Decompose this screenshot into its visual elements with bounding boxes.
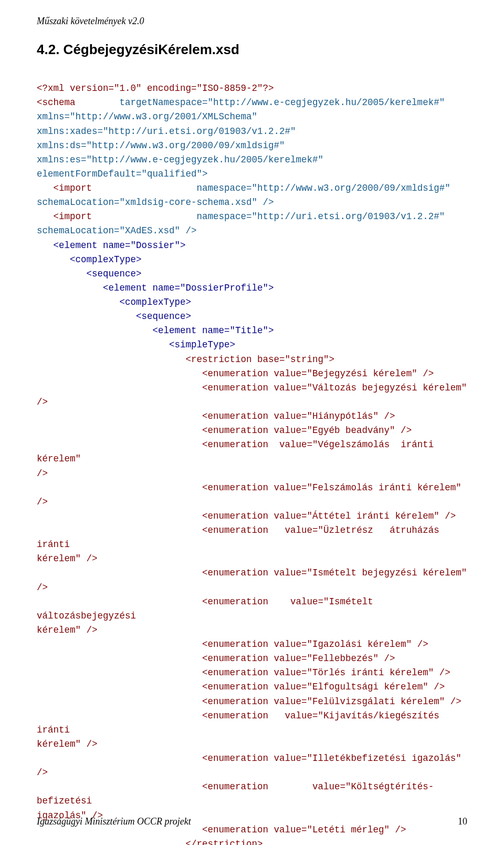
import1-loc: schemaLocation="xmldsig-core-schema.xsd"… (37, 197, 274, 208)
section-number: 4.2. (37, 42, 59, 57)
enum-line: <enumeration value="Elfogultsági kérelem… (37, 682, 445, 692)
enum-line: <enumeration (37, 710, 268, 721)
el-dossierprofile: <element name="DossierProfile"> (37, 283, 274, 293)
footer-org: Igazságügyi Minisztérium OCCR projekt (37, 816, 191, 827)
import2-tag: <import (37, 211, 92, 222)
page-header: Műszaki követelmények v2.0 (37, 16, 467, 27)
section-title: CégbejegyzésiKérelem.xsd (64, 42, 239, 57)
simpletype-1: <simpleType> (37, 339, 235, 350)
attr-xmlns: xmlns="http://www.w3.org/2001/XMLSchema" (37, 111, 257, 122)
restriction-close: </restriction> (37, 839, 263, 845)
sequence-2: <sequence> (37, 311, 191, 322)
enum-line: <enumeration value="Felszámolás iránti k… (37, 482, 467, 507)
enum-line: <enumeration (37, 439, 268, 450)
sequence-1: <sequence> (37, 269, 142, 279)
enum-line: <enumeration (37, 525, 268, 535)
import1-ns: namespace="http://www.w3.org/2000/09/xml… (197, 183, 450, 193)
import2-loc: schemaLocation="XAdES.xsd" /> (37, 225, 197, 236)
import1-tag: <import (37, 183, 92, 193)
enum-line: <enumeration value="Fellebbezés" /> (37, 653, 395, 664)
enum-line: <enumeration value="Áttétel iránti kérel… (37, 511, 456, 521)
el-title: <element name="Title"> (37, 325, 274, 336)
attr-targetns: targetNamespace="http://www.e-cegjegyzek… (120, 97, 445, 108)
enum-line: <enumeration value="Ismételt bejegyzési … (37, 568, 472, 592)
footer-page-number: 10 (458, 816, 467, 827)
section-heading: 4.2. CégbejegyzésiKérelem.xsd (37, 42, 467, 58)
restriction-open: <restriction base="string"> (37, 354, 334, 365)
enum-line: <enumeration value="Igazolási kérelem" /… (37, 639, 428, 650)
xml-declaration: <?xml version="1.0" encoding="ISO-8859-2… (37, 83, 274, 94)
enum-line: <enumeration value="Változás bejegyzési … (37, 383, 472, 407)
page-footer: Igazságügyi Minisztérium OCCR projekt 10 (37, 816, 467, 827)
enum-closer: kérelem" /> (37, 739, 98, 749)
schema-open: <schema (37, 97, 76, 108)
code-block: <?xml version="1.0" encoding="ISO-8859-2… (37, 67, 467, 845)
enum-line: <enumeration value="Bejegyzési kérelem" … (37, 368, 434, 379)
attr-es: xmlns:es="http://www.e-cegjegyzek.hu/200… (37, 154, 323, 165)
enum-closer: kérelem" /> (37, 625, 98, 635)
el-dossier: <element name="Dossier"> (37, 240, 186, 251)
attr-efd: elementFormDefault="qualified"> (37, 169, 208, 179)
import2-ns: namespace="http://uri.etsi.org/01903/v1.… (197, 211, 445, 222)
enum-line: <enumeration value="Illetékbefizetési ig… (37, 753, 467, 778)
enum-line: <enumeration (37, 781, 268, 792)
enum-closer: kérelem" /> (37, 553, 98, 564)
attr-xades: xmlns:xades="http://uri.etsi.org/01903/v… (37, 126, 296, 137)
enum-line: <enumeration value="Egyéb beadvány" /> (37, 425, 412, 436)
enum-line: <enumeration value="Törlés iránti kérele… (37, 667, 450, 678)
enum-line: <enumeration value="Felülvizsgálati kére… (37, 696, 461, 707)
enum-line: <enumeration (37, 596, 268, 607)
enum-closer: /> (37, 468, 48, 479)
complextype-2: <complexType> (37, 297, 191, 307)
enum-line: <enumeration value="Hiánypótlás" /> (37, 411, 395, 421)
complextype-1: <complexType> (37, 254, 142, 265)
attr-ds: xmlns:ds="http://www.w3.org/2000/09/xmld… (37, 140, 285, 151)
